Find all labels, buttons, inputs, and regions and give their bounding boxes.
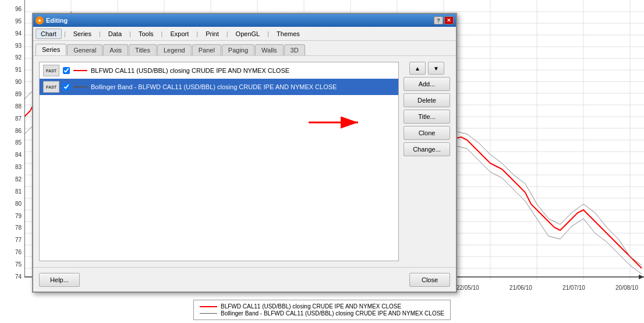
x-label-12: 20/08/10 bbox=[615, 285, 638, 291]
title-button[interactable]: Title... bbox=[404, 110, 450, 124]
y-label-75: 75 bbox=[1, 261, 22, 268]
dialog-icon: ● bbox=[36, 16, 44, 24]
menu-item-export[interactable]: Export bbox=[165, 29, 194, 39]
svg-marker-37 bbox=[639, 275, 644, 279]
help-button[interactable]: Help... bbox=[39, 273, 80, 287]
y-label-78: 78 bbox=[1, 224, 22, 231]
series-icon-1: FAST bbox=[43, 65, 59, 76]
y-label-85: 85 bbox=[1, 139, 22, 146]
y-label-87: 87 bbox=[1, 115, 22, 122]
y-label-92: 92 bbox=[1, 54, 22, 61]
y-label-84: 84 bbox=[1, 152, 22, 158]
tab-3d[interactable]: 3D bbox=[284, 44, 305, 55]
series-icon-2: FAST bbox=[43, 81, 59, 93]
y-label-93: 93 bbox=[1, 43, 22, 49]
y-label-91: 91 bbox=[1, 66, 22, 73]
menu-item-tools[interactable]: Tools bbox=[133, 29, 159, 39]
y-label-94: 94 bbox=[1, 30, 22, 37]
series-checkbox-1[interactable] bbox=[63, 67, 70, 74]
y-label-82: 82 bbox=[1, 176, 22, 182]
legend-item-1: BLFWD CAL11 (USD/BBL) closing CRUDE IPE … bbox=[200, 303, 444, 310]
series-line-preview-2 bbox=[73, 86, 87, 87]
menu-item-themes[interactable]: Themes bbox=[271, 29, 305, 39]
menu-item-series[interactable]: Series bbox=[68, 29, 97, 39]
buttons-panel: ▲ ▼ Add... Delete Title... Clone Change.… bbox=[404, 62, 450, 261]
series-label-2: Bollinger Band - BLFWD CAL11 (USD/BBL) c… bbox=[91, 83, 337, 90]
y-axis: 96 95 94 93 92 91 90 89 88 87 86 85 84 8… bbox=[0, 0, 23, 286]
y-label-81: 81 bbox=[1, 188, 22, 195]
series-list[interactable]: FAST BLFWD CAL11 (USD/BBL) closing CRUDE… bbox=[39, 62, 399, 261]
tab-titles[interactable]: Titles bbox=[129, 44, 157, 55]
tab-walls[interactable]: Walls bbox=[255, 44, 283, 55]
dialog-title: Editing bbox=[46, 17, 68, 24]
y-label-76: 76 bbox=[1, 249, 22, 255]
legend-line-gray bbox=[200, 313, 217, 314]
menu-item-opengl[interactable]: OpenGL bbox=[231, 29, 266, 39]
y-label-80: 80 bbox=[1, 201, 22, 207]
clone-button[interactable]: Clone bbox=[404, 126, 450, 140]
y-label-83: 83 bbox=[1, 164, 22, 170]
tab-general[interactable]: General bbox=[67, 44, 102, 55]
move-up-button[interactable]: ▲ bbox=[409, 62, 426, 75]
y-label-79: 79 bbox=[1, 213, 22, 219]
menu-item-data[interactable]: Data bbox=[103, 29, 127, 39]
series-line-preview-1 bbox=[73, 70, 87, 71]
legend-item-2: Bollinger Band - BLFWD CAL11 (USD/BBL) c… bbox=[200, 310, 444, 317]
delete-button[interactable]: Delete bbox=[404, 93, 450, 107]
arrow-btn-group: ▲ ▼ bbox=[404, 62, 450, 75]
content-area: FAST BLFWD CAL11 (USD/BBL) closing CRUDE… bbox=[33, 56, 456, 267]
y-label-96: 96 bbox=[1, 6, 22, 12]
menu-bar: Chart | Series | Data | Tools | Export |… bbox=[33, 27, 456, 41]
tab-series[interactable]: Series bbox=[36, 44, 66, 55]
help-title-btn[interactable]: ? bbox=[434, 16, 443, 24]
tab-legend[interactable]: Legend bbox=[157, 44, 192, 55]
y-label-86: 86 bbox=[1, 128, 22, 134]
series-checkbox-2[interactable] bbox=[63, 83, 70, 90]
close-button[interactable]: Close bbox=[409, 273, 450, 287]
x-label-9: 22/05/10 bbox=[457, 285, 479, 291]
menu-item-chart[interactable]: Chart bbox=[36, 29, 62, 39]
tab-bar: Series General Axis Titles Legend Panel … bbox=[33, 41, 456, 56]
move-down-button[interactable]: ▼ bbox=[428, 62, 444, 75]
title-bar: ● Editing ? ✕ bbox=[33, 14, 456, 27]
close-title-btn[interactable]: ✕ bbox=[444, 16, 454, 24]
menu-item-print[interactable]: Print bbox=[200, 29, 224, 39]
dialog-footer: Help... Close bbox=[33, 267, 456, 292]
x-label-10: 21/06/10 bbox=[509, 285, 532, 291]
add-button[interactable]: Add... bbox=[404, 77, 450, 91]
x-label-11: 21/07/10 bbox=[562, 285, 585, 291]
legend-label-1: BLFWD CAL11 (USD/BBL) closing CRUDE IPE … bbox=[221, 303, 401, 310]
series-item-2[interactable]: FAST Bollinger Band - BLFWD CAL11 (USD/B… bbox=[40, 79, 398, 95]
legend-line-red bbox=[200, 306, 217, 307]
tab-axis[interactable]: Axis bbox=[103, 44, 128, 55]
title-controls: ? ✕ bbox=[434, 16, 454, 24]
y-label-95: 95 bbox=[1, 18, 22, 24]
change-button[interactable]: Change... bbox=[404, 142, 450, 156]
y-label-88: 88 bbox=[1, 103, 22, 110]
series-item-1[interactable]: FAST BLFWD CAL11 (USD/BBL) closing CRUDE… bbox=[40, 62, 398, 79]
tab-paging[interactable]: Paging bbox=[222, 44, 254, 55]
y-label-89: 89 bbox=[1, 91, 22, 97]
chart-legend: BLFWD CAL11 (USD/BBL) closing CRUDE IPE … bbox=[193, 300, 451, 320]
y-label-74: 74 bbox=[1, 273, 22, 280]
series-label-1: BLFWD CAL11 (USD/BBL) closing CRUDE IPE … bbox=[91, 67, 289, 74]
y-label-77: 77 bbox=[1, 237, 22, 243]
title-bar-left: ● Editing bbox=[36, 16, 68, 24]
tab-panel[interactable]: Panel bbox=[192, 44, 221, 55]
y-label-90: 90 bbox=[1, 79, 22, 85]
editing-dialog: ● Editing ? ✕ Chart | Series | Data | To… bbox=[32, 13, 457, 293]
legend-label-2: Bollinger Band - BLFWD CAL11 (USD/BBL) c… bbox=[221, 310, 444, 317]
